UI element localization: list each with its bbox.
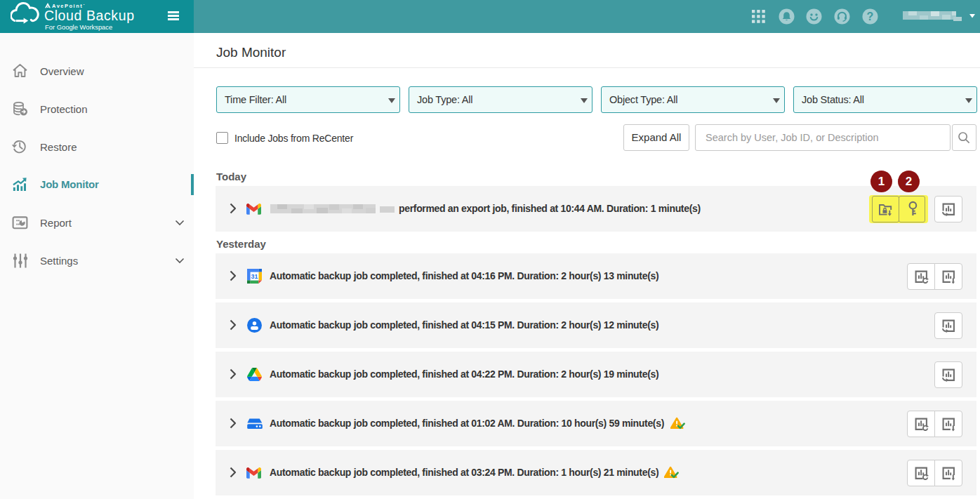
svg-text:?: ? xyxy=(867,11,874,22)
svg-text:31: 31 xyxy=(251,273,258,280)
